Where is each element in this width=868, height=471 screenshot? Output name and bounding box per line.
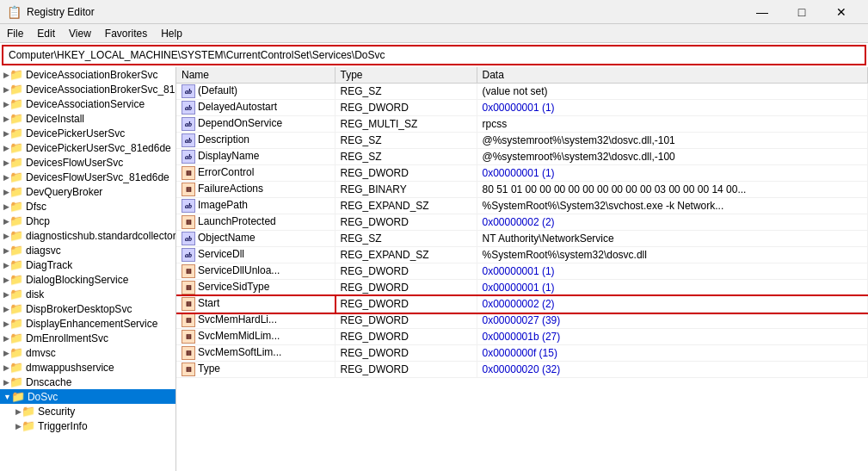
col-type: Type — [335, 67, 477, 84]
tree-item[interactable]: ▶ 📁DeviceAssociationService — [0, 96, 175, 111]
reg-data: @%systemroot%\system32\dosvc.dll,-100 — [477, 149, 867, 165]
expand-icon: ▶ — [3, 188, 9, 196]
reg-data: %SystemRoot%\System32\svchost.exe -k Net… — [477, 198, 867, 214]
reg-data: 0x0000000f (15) — [477, 345, 867, 362]
tree-item[interactable]: ▶ 📁DisplayEnhancementService — [0, 316, 175, 331]
tree-item[interactable]: ▶ 📁diagsvc — [0, 243, 175, 257]
close-button[interactable]: ✕ — [822, 0, 861, 24]
menu-file[interactable]: File — [0, 26, 30, 40]
folder-icon: 📁 — [9, 112, 23, 125]
expand-icon: ▶ — [3, 276, 9, 284]
tree-item[interactable]: ▶ 📁DevQueryBroker — [0, 184, 175, 199]
tree-item[interactable]: ▶ 📁dmwappushservice — [0, 360, 175, 375]
menu-edit[interactable]: Edit — [30, 26, 62, 40]
menu-favorites[interactable]: Favorites — [98, 26, 154, 40]
expand-icon: ▶ — [15, 422, 22, 431]
menu-help[interactable]: Help — [154, 26, 189, 40]
table-row[interactable]: ▤SvcMemMidLim... REG_DWORD 0x0000001b (2… — [176, 329, 868, 345]
reg-data: 80 51 01 00 00 00 00 00 00 00 00 00 03 0… — [477, 182, 867, 198]
table-row[interactable]: ab(Default) REG_SZ (value not set) — [176, 84, 868, 100]
titlebar-buttons: — □ ✕ — [742, 0, 861, 24]
tree-item[interactable]: ▶ 📁DevicesFlowUserSvc_81ed6de — [0, 170, 175, 184]
tree-item[interactable]: ▶ 📁DevicePickerUserSvc_81ed6de — [0, 140, 175, 155]
folder-icon: 📁 — [9, 200, 23, 213]
folder-icon: 📁 — [9, 361, 23, 374]
folder-icon: 📁 — [9, 273, 23, 286]
table-row[interactable]: abObjectName REG_SZ NT Authority\Network… — [176, 231, 868, 247]
tree-item[interactable]: ▶ 📁DialogBlockingService — [0, 272, 175, 287]
menu-view[interactable]: View — [62, 26, 98, 40]
tree-item[interactable]: ▶ 📁Dnscache — [0, 375, 175, 389]
reg-name: abImagePath — [176, 198, 335, 214]
expand-icon: ▶ — [3, 232, 9, 240]
registry-table: Name Type Data ab(Default) REG_SZ (value… — [176, 67, 868, 378]
addressbar-text[interactable]: Computer\HKEY_LOCAL_MACHINE\SYSTEM\Curre… — [9, 49, 385, 61]
main-layout: ▶ 📁DeviceAssociationBrokerSvc▶ 📁DeviceAs… — [0, 67, 868, 471]
reg-type: REG_SZ — [335, 231, 477, 247]
tree-item[interactable]: ▶ 📁DeviceAssociationBrokerSvc_81ed6 — [0, 82, 175, 96]
table-row[interactable]: ▤Start REG_DWORD 0x00000002 (2) — [176, 296, 868, 313]
tree-item[interactable]: ▶ 📁Security — [0, 404, 175, 418]
tree-item[interactable]: ▶ 📁DevicesFlowUserSvc — [0, 155, 175, 170]
table-row[interactable]: ▤ServiceDllUnloa... REG_DWORD 0x00000001… — [176, 263, 868, 280]
tree-item-label: DevicesFlowUserSvc_81ed6de — [26, 171, 169, 183]
table-row[interactable]: ▤Type REG_DWORD 0x00000020 (32) — [176, 362, 868, 378]
tree-item[interactable]: ▶ 📁DeviceAssociationBrokerSvc — [0, 67, 175, 82]
tree-item[interactable]: ▶ 📁TriggerInfo — [0, 418, 175, 433]
table-row[interactable]: abServiceDll REG_EXPAND_SZ %SystemRoot%\… — [176, 247, 868, 263]
reg-name: ▤Type — [176, 362, 335, 378]
table-row[interactable]: abDependOnService REG_MULTI_SZ rpcss — [176, 116, 868, 133]
titlebar-title: Registry Editor — [27, 6, 95, 18]
expand-icon: ▶ — [3, 100, 9, 108]
table-row[interactable]: ▤SvcMemSoftLim... REG_DWORD 0x0000000f (… — [176, 345, 868, 362]
tree-item[interactable]: ▼ 📁DoSvc — [0, 389, 175, 404]
folder-icon: 📁 — [9, 302, 23, 315]
tree-item[interactable]: ▶ 📁DmEnrollmentSvc — [0, 331, 175, 345]
reg-type: REG_SZ — [335, 149, 477, 165]
addressbar: Computer\HKEY_LOCAL_MACHINE\SYSTEM\Curre… — [2, 45, 866, 65]
tree-item[interactable]: ▶ 📁disk — [0, 287, 175, 301]
table-row[interactable]: abDescription REG_SZ @%systemroot%\syste… — [176, 133, 868, 149]
folder-icon: 📁 — [9, 185, 23, 198]
tree-item-label: DevicePickerUserSvc — [26, 127, 125, 139]
reg-name: abDelayedAutostart — [176, 100, 335, 116]
reg-icon-dword: ▤ — [182, 264, 195, 278]
tree-item[interactable]: ▶ 📁Dhcp — [0, 214, 175, 228]
minimize-button[interactable]: — — [742, 0, 782, 24]
table-row[interactable]: ▤FailureActions REG_BINARY 80 51 01 00 0… — [176, 182, 868, 198]
reg-data: 0x0000001b (27) — [477, 329, 867, 345]
reg-name: abObjectName — [176, 231, 335, 247]
reg-icon-ab: ab — [182, 101, 195, 115]
folder-icon: 📁 — [9, 244, 23, 257]
tree-item[interactable]: ▶ 📁Dfsc — [0, 199, 175, 214]
expand-icon: ▶ — [3, 173, 9, 182]
reg-icon-ab: ab — [182, 232, 195, 245]
table-row[interactable]: ▤ServiceSidType REG_DWORD 0x00000001 (1) — [176, 280, 868, 296]
reg-icon-dword: ▤ — [182, 346, 195, 360]
tree-item[interactable]: ▶ 📁dmvsc — [0, 345, 175, 360]
tree-item-label: DeviceAssociationBrokerSvc — [26, 69, 157, 81]
tree-item[interactable]: ▶ 📁DispBrokerDesktopSvc — [0, 301, 175, 316]
titlebar: 📋 Registry Editor — □ ✕ — [0, 0, 868, 24]
table-row[interactable]: abDisplayName REG_SZ @%systemroot%\syste… — [176, 149, 868, 165]
table-row[interactable]: ▤SvcMemHardLi... REG_DWORD 0x00000027 (3… — [176, 313, 868, 329]
tree-item[interactable]: ▶ 📁DiagTrack — [0, 257, 175, 272]
tree-item-label: DisplayEnhancementService — [26, 318, 157, 330]
reg-name: ▤Start — [176, 296, 335, 313]
folder-icon: 📁 — [9, 170, 23, 183]
maximize-button[interactable]: □ — [782, 0, 822, 24]
table-row[interactable]: ▤LaunchProtected REG_DWORD 0x00000002 (2… — [176, 214, 868, 231]
table-row[interactable]: abImagePath REG_EXPAND_SZ %SystemRoot%\S… — [176, 198, 868, 214]
reg-name: ▤ServiceDllUnloa... — [176, 263, 335, 280]
table-row[interactable]: ▤ErrorControl REG_DWORD 0x00000001 (1) — [176, 165, 868, 182]
tree-item-label: diagnosticshub.standardcollector.s — [26, 230, 176, 242]
tree-item[interactable]: ▶ 📁DeviceInstall — [0, 111, 175, 126]
tree-item-label: dmwappushservice — [26, 362, 114, 374]
reg-data: rpcss — [477, 116, 867, 133]
reg-name: abDisplayName — [176, 149, 335, 165]
folder-icon: 📁 — [9, 346, 23, 359]
tree-item-label: Dfsc — [26, 201, 46, 213]
table-row[interactable]: abDelayedAutostart REG_DWORD 0x00000001 … — [176, 100, 868, 116]
tree-item[interactable]: ▶ 📁DevicePickerUserSvc — [0, 126, 175, 140]
tree-item[interactable]: ▶ 📁diagnosticshub.standardcollector.s — [0, 228, 175, 243]
